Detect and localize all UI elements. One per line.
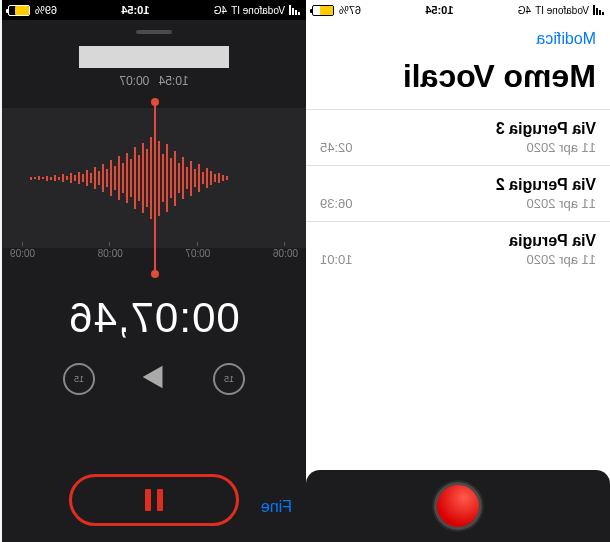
done-button[interactable]: Fine — [261, 498, 292, 516]
skip-forward-button[interactable]: 15 — [63, 363, 95, 395]
ruler-tick: 00:07 — [185, 248, 210, 272]
drag-handle[interactable] — [136, 30, 172, 34]
recording-clock: 10:54 — [159, 74, 189, 88]
battery-percent: 67% — [339, 4, 361, 16]
clock: 10:54 — [121, 4, 149, 16]
recording-meta: 10:54 00:07 — [2, 74, 306, 88]
status-bar: Vodafone IT 4G 10:54 67% — [306, 0, 610, 20]
battery-icon — [312, 5, 334, 16]
play-icon — [137, 360, 171, 394]
signal-icon — [289, 5, 300, 15]
record-bar — [306, 470, 610, 542]
memo-title: Via Perugia 3 — [320, 120, 596, 138]
ruler-tick: 00:06 — [273, 248, 298, 272]
memo-date: 11 apr 2020 — [527, 140, 596, 155]
skip-amount: 15 — [74, 374, 84, 384]
skip-back-button[interactable]: 15 — [213, 363, 245, 395]
network-label: 4G — [214, 5, 227, 16]
edit-button[interactable]: Modifica — [306, 20, 610, 54]
pause-button[interactable] — [69, 474, 239, 526]
memo-list: Via Perugia 3 11 apr 2020 02:45 Via Peru… — [306, 109, 610, 277]
pause-icon — [145, 489, 163, 511]
memo-item[interactable]: Via Perugia 2 11 apr 2020 06:39 — [306, 165, 610, 221]
memo-duration: 06:39 — [320, 196, 353, 211]
recording-length: 00:07 — [119, 74, 149, 88]
carrier-label: Vodafone IT — [231, 5, 285, 16]
memo-item[interactable]: Via Perugia 3 11 apr 2020 02:45 — [306, 109, 610, 165]
carrier-label: Vodafone IT — [535, 5, 589, 16]
battery-icon — [8, 5, 30, 16]
waveform[interactable]: 00:06 00:07 00:08 00:09 — [2, 108, 306, 248]
memo-title: Via Perugia 2 — [320, 176, 596, 194]
voice-memos-list-screen: Vodafone IT 4G 10:54 67% Modifica Memo V… — [306, 0, 610, 542]
skip-amount: 15 — [224, 374, 234, 384]
ruler-tick: 00:09 — [10, 248, 35, 272]
playback-controls: 15 15 — [2, 360, 306, 398]
play-button[interactable] — [137, 360, 171, 398]
network-label: 4G — [518, 5, 531, 16]
memo-title: Via Perugia — [320, 232, 596, 250]
signal-icon — [593, 5, 604, 15]
record-button[interactable] — [434, 482, 482, 530]
memo-date: 11 apr 2020 — [527, 252, 596, 267]
elapsed-timer: 00:07,46 — [2, 294, 306, 342]
time-ruler: 00:06 00:07 00:08 00:09 — [2, 248, 306, 272]
memo-duration: 02:45 — [320, 140, 353, 155]
ruler-tick: 00:08 — [98, 248, 123, 272]
clock: 10:54 — [425, 4, 453, 16]
memo-duration: 10:01 — [320, 252, 353, 267]
memo-item[interactable]: Via Perugia 11 apr 2020 10:01 — [306, 221, 610, 277]
recording-title-field[interactable] — [79, 46, 229, 68]
memo-date: 11 apr 2020 — [527, 196, 596, 211]
battery-percent: 69% — [35, 4, 57, 16]
page-title: Memo Vocali — [306, 54, 610, 109]
voice-memo-recorder-screen: Vodafone IT 4G 10:54 69% 10:54 00:07 00:… — [2, 0, 306, 542]
status-bar: Vodafone IT 4G 10:54 69% — [2, 0, 306, 20]
